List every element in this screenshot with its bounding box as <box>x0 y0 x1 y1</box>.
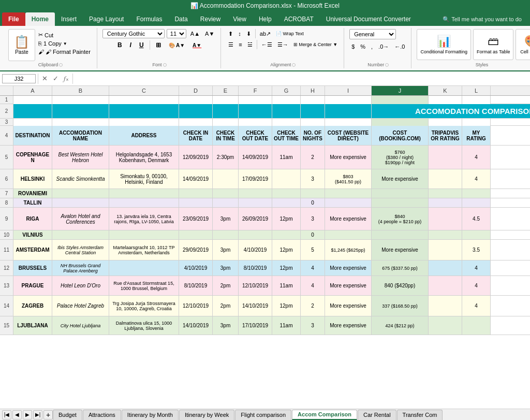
tab-insert[interactable]: Insert <box>55 12 83 26</box>
col-header-e[interactable]: E <box>213 86 239 95</box>
cell-7d[interactable] <box>179 189 213 198</box>
cell-6k[interactable] <box>429 169 462 189</box>
cell-4g[interactable]: CHECK OUT TIME <box>272 126 301 145</box>
font-name-select[interactable]: Century Gothic <box>102 29 165 38</box>
tab-formulas[interactable]: Formulas <box>130 12 168 26</box>
col-header-d[interactable]: D <box>179 86 213 95</box>
tab-udc[interactable]: Universal Document Converter <box>320 12 417 26</box>
cell-15d[interactable]: 14/10/2019 <box>179 316 213 335</box>
cell-1a[interactable] <box>13 96 52 104</box>
cell-15k[interactable] <box>429 316 462 335</box>
tab-nav-next[interactable]: ▶ <box>23 410 32 419</box>
cell-10e[interactable] <box>213 230 239 239</box>
cell-1j[interactable] <box>372 96 429 104</box>
cell-9d[interactable]: 23/09/2019 <box>179 208 213 230</box>
dec-increase-button[interactable]: .0→ <box>376 42 391 51</box>
sheet-tab-attractions[interactable]: Attractions <box>83 410 121 420</box>
cell-13e[interactable]: 2pm <box>213 276 239 295</box>
bold-button[interactable]: B <box>114 40 125 50</box>
sheet-tab-itinerary-month[interactable]: Itinerary by Month <box>122 410 179 420</box>
cell-8c[interactable] <box>109 198 179 207</box>
cell-styles-button[interactable]: 🎨 Cell Styles <box>516 29 530 60</box>
col-header-i[interactable]: I <box>325 86 372 95</box>
cell-11h[interactable]: 5 <box>301 240 325 260</box>
tab-data[interactable]: Data <box>168 12 194 26</box>
cell-6b[interactable]: Scandic Simonkentta <box>52 169 109 189</box>
col-header-h[interactable]: H <box>301 86 325 95</box>
cell-7b[interactable] <box>52 189 109 198</box>
cell-9j[interactable]: $840(4 people = $210 pp) <box>372 208 429 230</box>
cell-12h[interactable]: 4 <box>301 260 325 276</box>
cell-9e[interactable]: 3pm <box>213 208 239 230</box>
cell-8e[interactable] <box>213 198 239 207</box>
cell-4i[interactable]: COST (WEBSITE DIRECT) <box>325 126 372 145</box>
cell-1f[interactable] <box>239 96 272 104</box>
cell-11f[interactable]: 4/10/2019 <box>239 240 272 260</box>
cell-1k[interactable] <box>429 96 462 104</box>
cell-11k[interactable] <box>429 240 462 260</box>
cell-11b[interactable]: Ibis Styles Amsterdam Central Station <box>52 240 109 260</box>
increase-font-button[interactable]: A▲ <box>188 30 202 38</box>
cell-11j[interactable]: More expensive <box>372 240 429 260</box>
cell-13j[interactable]: 840 ($420pp) <box>372 276 429 295</box>
cell-9f[interactable]: 26/09/2019 <box>239 208 272 230</box>
paste-button[interactable]: 📋 Paste <box>8 29 35 61</box>
cell-4a[interactable]: DESTINATION <box>13 126 52 145</box>
insert-function-icon[interactable]: 𝑓ₓ <box>62 74 70 84</box>
cell-15c[interactable]: Dalmatinova ulica 15, 1000 Ljubljana, Sl… <box>109 316 179 335</box>
cell-4j[interactable]: COST (BOOKING.COM) <box>372 126 429 145</box>
align-left-button[interactable]: ☰ <box>226 40 235 49</box>
cell-4e[interactable]: CHECK IN TIME <box>213 126 239 145</box>
cell-1h[interactable] <box>301 96 325 104</box>
cell-7k[interactable] <box>429 189 462 198</box>
conditional-formatting-button[interactable]: 📊 Conditional Formatting <box>417 29 471 60</box>
cell-8i[interactable] <box>325 198 372 207</box>
cell-10i[interactable] <box>325 230 372 239</box>
cell-4k[interactable]: TRIPADVISOR RATING <box>429 126 462 145</box>
cell-12l[interactable]: 4 <box>462 260 491 276</box>
clipboard-expand-icon[interactable]: ⬡ <box>59 63 63 67</box>
cell-8h[interactable]: 0 <box>301 198 325 207</box>
cell-10c[interactable] <box>109 230 179 239</box>
cell-11a[interactable]: AMSTERDAM <box>13 240 52 260</box>
cell-5j[interactable]: $760($380 / night)$190pp / night <box>372 146 429 169</box>
cell-2h[interactable] <box>301 104 325 118</box>
cell-2g[interactable] <box>272 104 301 118</box>
cell-10d[interactable] <box>179 230 213 239</box>
tab-home[interactable]: Home <box>25 12 55 26</box>
cell-9h[interactable]: 3 <box>301 208 325 230</box>
tab-acrobat[interactable]: ACROBAT <box>278 12 320 26</box>
cell-6e[interactable] <box>213 169 239 189</box>
cell-13g[interactable]: 11am <box>272 276 301 295</box>
cell-6j[interactable]: More expensive <box>372 169 429 189</box>
cell-2c[interactable] <box>109 104 179 118</box>
cancel-formula-icon[interactable]: ✕ <box>40 74 49 83</box>
cell-6i[interactable]: $803($401.50 pp) <box>325 169 372 189</box>
cell-12f[interactable]: 8/10/2019 <box>239 260 272 276</box>
cell-1i[interactable] <box>325 96 372 104</box>
cell-15g[interactable]: 11am <box>272 316 301 335</box>
cell-12g[interactable]: 12pm <box>272 260 301 276</box>
cell-7g[interactable] <box>272 189 301 198</box>
format-as-table-button[interactable]: 🗃 Format as Table <box>473 29 513 60</box>
cell-14d[interactable]: 12/10/2019 <box>179 296 213 316</box>
cell-7l[interactable] <box>462 189 491 198</box>
cell-7c[interactable] <box>109 189 179 198</box>
cell-7a[interactable]: ROVANIEMI <box>13 189 52 198</box>
cell-14f[interactable]: 14/10/2019 <box>239 296 272 316</box>
tell-me[interactable]: 🔍 Tell me what you want to do <box>436 12 528 26</box>
cell-5g[interactable]: 11am <box>272 146 301 169</box>
cell-6a[interactable]: HELSINKI <box>13 169 52 189</box>
cell-10l[interactable] <box>462 230 491 239</box>
cell-2i[interactable] <box>325 104 372 118</box>
fill-color-button[interactable]: 🎨 A▼ <box>166 41 188 50</box>
cell-14c[interactable]: Trg Josipa Jurja Strossmayera 10, 10000,… <box>109 296 179 316</box>
cell-14g[interactable]: 12pm <box>272 296 301 316</box>
cell-12j[interactable]: 675 ($337.50 pp) <box>372 260 429 276</box>
cell-13d[interactable]: 8/10/2019 <box>179 276 213 295</box>
font-size-select[interactable]: 11 <box>167 29 186 38</box>
cell-10h[interactable]: 0 <box>301 230 325 239</box>
cell-15i[interactable]: More expensive <box>325 316 372 335</box>
cell-1e[interactable] <box>213 96 239 104</box>
cell-5a[interactable]: COPENHAGEN <box>13 146 52 169</box>
